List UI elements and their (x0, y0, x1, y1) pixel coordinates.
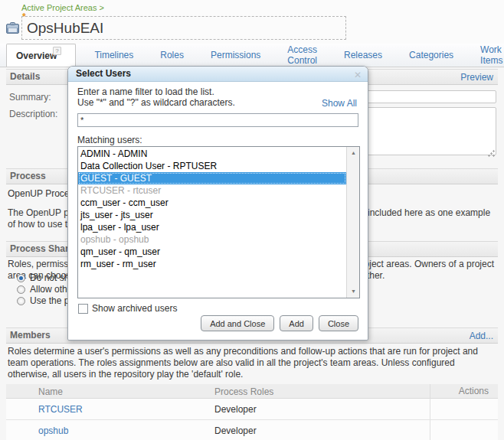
tab[interactable]: Work Items (477, 44, 504, 67)
tab[interactable]: Releases (341, 44, 385, 67)
user-list-item[interactable]: rm_user - rm_user (78, 258, 346, 270)
members-header-label: Members (10, 330, 51, 341)
preview-link[interactable]: Preview (460, 70, 493, 85)
add-button[interactable]: Add (280, 315, 313, 331)
close-icon[interactable]: ✕ (354, 68, 362, 83)
select-users-dialog: Select Users ✕ Enter a name filter to lo… (67, 66, 368, 341)
dialog-titlebar[interactable]: Select Users ✕ (68, 67, 368, 82)
close-button[interactable]: Close (319, 315, 358, 331)
dialog-instructions-line1: Enter a name filter to load the list. (77, 86, 214, 97)
user-list-item[interactable]: RTCUSER - rtcuser (78, 184, 346, 197)
name-filter-input[interactable] (77, 113, 358, 127)
project-name-input[interactable] (21, 16, 346, 40)
member-actions-cell (430, 399, 498, 419)
member-role: Developer (214, 404, 430, 415)
show-archived-label: Show archived users (92, 303, 177, 314)
tab[interactable]: Categories (406, 44, 457, 67)
details-header-label: Details (10, 71, 40, 82)
column-actions: Actions (430, 384, 498, 399)
user-list-item[interactable]: GUEST - GUEST (78, 172, 346, 184)
member-name-link[interactable]: RTCUSER (38, 404, 214, 415)
tab[interactable]: Access Control (284, 44, 320, 67)
tab[interactable]: Permissions (208, 44, 263, 67)
dialog-title: Select Users (76, 68, 131, 79)
member-name-link[interactable]: opshub (38, 425, 214, 436)
add-member-link[interactable]: Add... (470, 329, 493, 344)
description-label: Description: (9, 109, 57, 119)
summary-label: Summary: (9, 92, 51, 103)
matching-users-label: Matching users: (77, 135, 142, 145)
user-list-item[interactable]: ADMIN - ADMIN (78, 148, 346, 160)
scroll-down-icon[interactable]: ▼ (347, 285, 360, 298)
tab[interactable]: Roles (157, 44, 187, 67)
members-table-header: Name Process Roles Actions (6, 384, 498, 399)
user-list-item[interactable]: Data Collection User - RPTUSER (78, 160, 346, 172)
members-description: Roles determine a user's permissions as … (8, 346, 496, 380)
radio-icon[interactable] (17, 274, 25, 282)
show-archived-checkbox[interactable] (78, 304, 88, 314)
breadcrumb[interactable]: Active Project Areas > (21, 3, 104, 12)
resize-grip-icon[interactable] (488, 150, 495, 157)
dialog-buttons: Add and CloseAddClose (201, 315, 358, 331)
add-and-close-button[interactable]: Add and Close (201, 315, 274, 331)
user-list-item[interactable]: ccm_user - ccm_user (78, 197, 346, 209)
listbox-scrollbar[interactable]: ▲ ▼ (346, 147, 359, 298)
help-icon[interactable]: ? (53, 47, 61, 55)
RTCUSER: RTCUSER Developer (6, 399, 498, 420)
tab[interactable]: Timelines (91, 44, 136, 67)
column-process-roles: Process Roles (214, 386, 430, 397)
user-list-item[interactable]: jts_user - jts_user (78, 209, 346, 221)
user-list-item[interactable]: lpa_user - lpa_user (78, 221, 346, 233)
dialog-instructions-line2: Use "*" and "?" as wildcard characters. (77, 97, 235, 108)
show-all-link[interactable]: Show All (322, 98, 357, 109)
members-table: Name Process Roles Actions RTCUSER Devel… (6, 384, 498, 440)
member-actions-cell (430, 420, 498, 440)
process-header-label: Process (10, 171, 46, 181)
user-list-item[interactable]: opshub - opshub (78, 233, 346, 246)
scroll-up-icon[interactable]: ▲ (347, 147, 360, 159)
tab[interactable]: Overview (6, 44, 76, 67)
column-name: Name (38, 386, 214, 397)
project-area-icon (6, 22, 19, 34)
show-archived-row[interactable]: Show archived users (78, 303, 177, 314)
radio-icon[interactable] (17, 285, 25, 294)
radio-icon[interactable] (17, 297, 25, 305)
opshub: opshub Developer (6, 420, 498, 440)
matching-users-listbox: ADMIN - ADMINData Collection User - RPTU… (77, 146, 360, 298)
tab-bar: OverviewTimelinesRolesPermissionsAccess … (0, 44, 504, 67)
user-list-item[interactable]: qm_user - qm_user (78, 246, 346, 258)
member-role: Developer (214, 425, 430, 436)
